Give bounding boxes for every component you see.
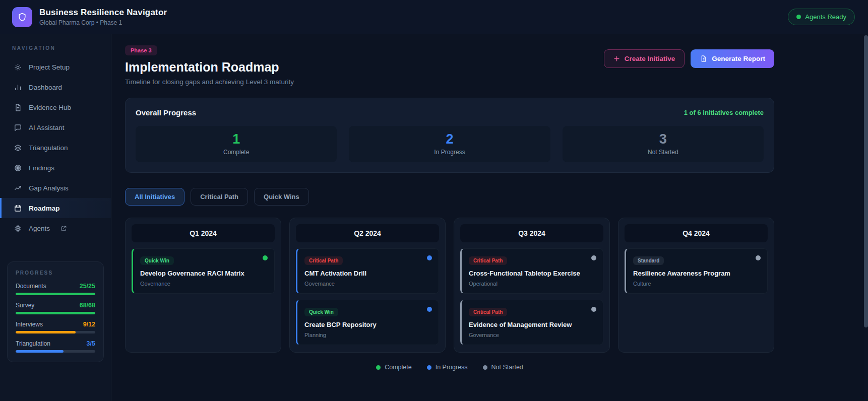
nav-list: Project Setup Dashboard Evidence Hub AI …	[0, 57, 111, 238]
initiative-card[interactable]: Standard Resilience Awareness Program Cu…	[625, 248, 768, 294]
sidebar-item-roadmap[interactable]: Roadmap	[0, 198, 111, 218]
stat-value: 1	[232, 132, 240, 146]
progress-bar-fill	[16, 331, 76, 333]
scrollbar-thumb[interactable]	[864, 35, 868, 327]
initiative-card[interactable]: Critical Path CMT Activation Drill Gover…	[296, 248, 439, 294]
status-dot-icon	[591, 307, 596, 312]
app-header: Business Resilience Navigator Global Pha…	[0, 0, 868, 34]
sidebar-item-project-setup[interactable]: Project Setup	[0, 57, 111, 77]
external-link-icon	[59, 225, 68, 232]
progress-row: Documents 25/25	[16, 283, 95, 295]
app-subtitle: Global Pharma Corp • Phase 1	[39, 19, 167, 26]
chat-icon	[14, 123, 22, 132]
tab-all-initiatives[interactable]: All Initiatives	[125, 188, 184, 206]
initiative-title: CMT Activation Drill	[304, 270, 431, 277]
sidebar-item-label: Roadmap	[29, 205, 60, 212]
progress-bar-fill	[16, 312, 95, 314]
filter-tabs: All InitiativesCritical PathQuick Wins	[125, 188, 774, 206]
initiative-badge: Quick Win	[304, 308, 338, 316]
generate-report-label: Generate Report	[712, 55, 765, 62]
quarter-header: Q2 2024	[296, 224, 439, 242]
sidebar-item-label: Gap Analysis	[29, 184, 69, 192]
file-icon	[700, 55, 707, 62]
app-title: Business Resilience Navigator	[39, 8, 167, 18]
initiative-category: Culture	[633, 281, 760, 287]
status-dot-icon	[263, 255, 268, 260]
sidebar-item-findings[interactable]: Findings	[0, 158, 111, 178]
sidebar-item-label: Triangulation	[29, 144, 68, 152]
sidebar-item-triangulation[interactable]: Triangulation	[0, 138, 111, 158]
quarter-column: Q1 2024 Quick Win Develop Governance RAC…	[125, 218, 281, 353]
stat-box: 1 Complete	[136, 126, 337, 162]
initiative-badge: Critical Path	[469, 308, 507, 316]
stat-box: 2 In Progress	[349, 126, 550, 162]
document-icon	[14, 103, 22, 112]
legend-dot-icon	[483, 365, 487, 370]
progress-row-label: Triangulation	[16, 340, 50, 347]
legend-dot-icon	[376, 365, 381, 370]
agents-ready-badge[interactable]: Agents Ready	[788, 9, 855, 25]
sidebar-item-dashboard[interactable]: Dashboard	[0, 77, 111, 97]
progress-row: Survey 68/68	[16, 302, 95, 314]
tab-critical-path[interactable]: Critical Path	[191, 188, 248, 206]
sidebar-item-label: Agents	[29, 225, 50, 232]
progress-section-label: PROGRESS	[16, 270, 95, 276]
quarter-header: Q4 2024	[625, 224, 768, 242]
progress-row: Triangulation 3/5	[16, 340, 95, 353]
initiative-card[interactable]: Quick Win Develop Governance RACI Matrix…	[132, 248, 275, 294]
plus-icon	[613, 55, 620, 62]
layers-icon	[14, 144, 22, 152]
status-dot-icon	[756, 255, 761, 260]
initiative-card[interactable]: Critical Path Evidence of Management Rev…	[460, 300, 603, 345]
calendar-icon	[14, 204, 22, 213]
bar-chart-icon	[14, 83, 22, 92]
tab-quick-wins[interactable]: Quick Wins	[254, 188, 309, 206]
stat-label: Complete	[223, 149, 249, 156]
initiative-badge: Critical Path	[304, 256, 343, 265]
progress-bar-track	[16, 350, 95, 353]
progress-bar-track	[16, 312, 95, 314]
stat-value: 2	[446, 132, 453, 146]
overall-progress-title: Overall Progress	[136, 108, 196, 117]
status-dot-icon	[591, 255, 596, 260]
roadmap-quarters: Q1 2024 Quick Win Develop Governance RAC…	[125, 218, 774, 353]
initiative-badge: Standard	[633, 256, 664, 265]
progress-row: Interviews 9/12	[16, 321, 95, 333]
sidebar-item-agents[interactable]: Agents	[0, 218, 111, 238]
status-legend: Complete In Progress Not Started	[125, 364, 774, 371]
sidebar-item-evidence-hub[interactable]: Evidence Hub	[0, 97, 111, 117]
sidebar: NAVIGATION Project Setup Dashboard Evide…	[0, 34, 111, 401]
initiative-title: Develop Governance RACI Matrix	[140, 270, 267, 277]
sidebar-item-ai-assistant[interactable]: AI Assistant	[0, 117, 111, 138]
quarter-header: Q3 2024	[460, 224, 603, 242]
progress-bar-track	[16, 293, 95, 295]
legend-label: Complete	[385, 364, 412, 371]
progress-row-label: Documents	[16, 283, 46, 290]
scrollbar[interactable]	[864, 34, 868, 401]
stat-box: 3 Not Started	[563, 126, 764, 162]
agents-ready-label: Agents Ready	[805, 13, 846, 21]
initiative-category: Governance	[469, 332, 596, 338]
create-initiative-label: Create Initiative	[625, 55, 675, 62]
quarter-column: Q2 2024 Critical Path CMT Activation Dri…	[289, 218, 446, 353]
quarter-column: Q4 2024 Standard Resilience Awareness Pr…	[618, 218, 774, 353]
create-initiative-button[interactable]: Create Initiative	[604, 49, 685, 68]
progress-row-value: 9/12	[83, 321, 95, 328]
initiative-badge: Quick Win	[140, 256, 174, 265]
initiative-card[interactable]: Critical Path Cross-Functional Tabletop …	[460, 248, 603, 294]
status-dot-icon	[427, 255, 432, 260]
legend-item: Complete	[376, 364, 412, 371]
stat-value: 3	[659, 132, 667, 146]
initiative-category: Operational	[469, 281, 596, 287]
main-content: Phase 3 Implementation Roadmap Timeline …	[111, 34, 868, 401]
generate-report-button[interactable]: Generate Report	[691, 49, 774, 68]
initiative-title: Create BCP Repository	[304, 321, 431, 328]
sidebar-item-label: AI Assistant	[29, 124, 65, 131]
initiative-category: Governance	[140, 281, 267, 287]
progress-bar-fill	[16, 293, 95, 295]
target-icon	[14, 164, 22, 172]
initiative-title: Evidence of Management Review	[469, 321, 596, 328]
initiative-title: Cross-Functional Tabletop Exercise	[469, 270, 596, 277]
initiative-card[interactable]: Quick Win Create BCP Repository Planning	[296, 300, 439, 345]
sidebar-item-gap-analysis[interactable]: Gap Analysis	[0, 178, 111, 198]
